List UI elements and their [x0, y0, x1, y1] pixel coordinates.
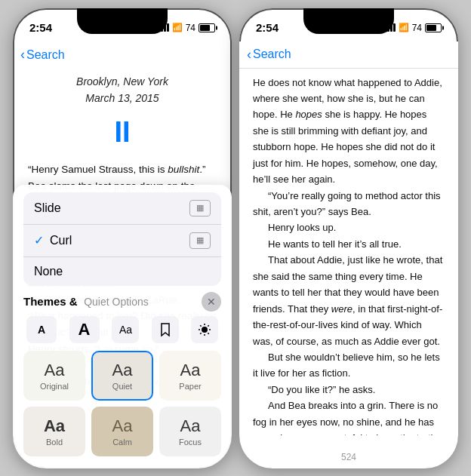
page-number: 524 — [239, 452, 458, 462]
overlay-panel: Slide ▦ ✓ Curl ▦ None Themes & — [13, 185, 232, 468]
left-content: ‹ Search Brooklyn, New YorkMarch 13, 201… — [13, 41, 232, 455]
theme-bold[interactable]: Aa Bold — [23, 407, 85, 456]
transition-none[interactable]: None — [23, 257, 221, 286]
right-content: ‹ Search He does not know what happened … — [239, 41, 458, 468]
theme-aa-calm: Aa — [112, 416, 133, 436]
theme-quiet[interactable]: Aa Quiet — [91, 351, 153, 401]
book-content-right: He does not know what happened to Addie,… — [239, 69, 458, 435]
battery-left: 74 — [186, 23, 195, 33]
wifi-icon-right: 📶 — [399, 23, 409, 32]
curl-icon-box: ▦ — [189, 232, 211, 249]
theme-original[interactable]: Aa Original — [23, 351, 85, 401]
theme-aa-bold: Aa — [44, 416, 65, 436]
bookmark-button[interactable] — [152, 316, 179, 343]
battery-icon-right — [425, 23, 442, 32]
curl-check: ✓ — [34, 233, 44, 247]
back-nav-right[interactable]: ‹ Search — [239, 41, 458, 69]
transition-curl[interactable]: ✓ Curl ▦ — [23, 225, 221, 257]
theme-aa-quiet: Aa — [112, 361, 133, 380]
none-label: None — [34, 265, 63, 278]
notch-right — [303, 8, 394, 34]
slide-icon-box: ▦ — [189, 200, 211, 217]
page-num-text: 524 — [341, 452, 356, 462]
quiet-options-label: Quiet Options — [84, 296, 149, 308]
battery-icon-left — [199, 23, 215, 32]
themes-header: Themes & Quiet Options ✕ — [23, 292, 221, 312]
svg-point-1 — [202, 327, 208, 333]
rp-1: He does not know what happened to Addie,… — [253, 75, 445, 188]
battery-right: 74 — [412, 23, 422, 33]
notch — [77, 8, 168, 34]
back-label-right: Search — [253, 48, 291, 61]
font-family-button[interactable]: Aa — [112, 316, 139, 343]
status-time-right: 2:54 — [256, 21, 279, 34]
theme-label-bold: Bold — [46, 438, 63, 447]
rp-5: That about Addie, just like he wrote, th… — [253, 252, 445, 349]
back-nav-left[interactable]: ‹ Search — [13, 41, 232, 69]
rp-7: “Do you like it?” he asks. — [253, 382, 445, 398]
themes-title-group: Themes & Quiet Options — [23, 295, 149, 309]
back-chevron-right: ‹ — [247, 47, 251, 63]
brightness-button[interactable] — [191, 316, 218, 343]
transition-slide[interactable]: Slide ▦ — [23, 192, 221, 225]
rp-6: But she wouldn’t believe him, so he lets… — [253, 349, 445, 382]
font-increase-button[interactable]: A — [69, 316, 100, 343]
back-label-left: Search — [26, 48, 65, 62]
rp-4: He wants to tell her it’s all true. — [253, 236, 445, 252]
theme-label-calm: Calm — [112, 438, 132, 447]
status-time-left: 2:54 — [29, 21, 52, 34]
back-chevron-left: ‹ — [20, 47, 25, 63]
theme-aa-original: Aa — [45, 361, 65, 380]
theme-aa-focus: Aa — [180, 416, 201, 436]
font-decrease-button[interactable]: A — [26, 316, 57, 343]
theme-label-paper: Paper — [179, 382, 201, 391]
curl-label: Curl — [50, 234, 189, 247]
rp-3: Henry looks up. — [253, 220, 445, 235]
right-phone: 2:54 📶 74 ‹ Search He does not know what — [239, 8, 458, 468]
para-1: “Henry Samuel Strauss, this is bullshit.… — [28, 161, 217, 178]
close-button[interactable]: ✕ — [202, 292, 221, 312]
theme-grid: Aa Original Aa Quiet Aa Paper Aa Bold — [23, 351, 221, 456]
wifi-icon: 📶 — [172, 23, 183, 32]
chapter-num: II — [28, 109, 217, 155]
rp-2: “You’re really going to method actor thi… — [253, 188, 445, 220]
rp-8: And Bea breaks into a grin. There is no … — [253, 398, 445, 435]
theme-calm[interactable]: Aa Calm — [91, 407, 153, 456]
theme-label-original: Original — [40, 382, 69, 391]
theme-label-focus: Focus — [179, 438, 202, 447]
slide-label: Slide — [34, 201, 61, 215]
left-phone: 2:54 📶 74 ‹ Search Brooklyn — [13, 8, 232, 468]
theme-aa-paper: Aa — [180, 361, 201, 380]
transition-options: Slide ▦ ✓ Curl ▦ None — [23, 192, 221, 286]
theme-focus[interactable]: Aa Focus — [159, 407, 221, 456]
book-location: Brooklyn, New YorkMarch 13, 2015 — [28, 73, 217, 107]
themes-title: Themes & — [23, 295, 78, 308]
svg-text:Aa: Aa — [119, 324, 132, 336]
theme-paper[interactable]: Aa Paper — [159, 351, 221, 401]
font-row: A A Aa — [23, 316, 221, 343]
theme-label-quiet: Quiet — [112, 382, 132, 391]
